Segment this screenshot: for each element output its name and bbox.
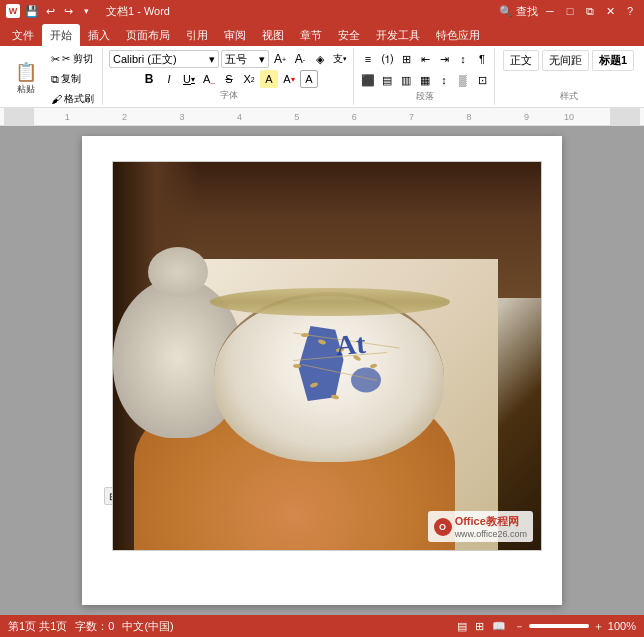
zoom-percent: 100% xyxy=(608,620,636,632)
app-icon: W xyxy=(6,4,20,18)
strikethrough-button[interactable]: S xyxy=(220,70,238,88)
text-color-button[interactable]: A▾ xyxy=(280,70,298,88)
tab-chapter[interactable]: 章节 xyxy=(292,24,330,46)
font-row1: Calibri (正文) ▾ 五号 ▾ A+ A- ◈ 支▾ xyxy=(109,50,349,68)
tab-features[interactable]: 特色应用 xyxy=(428,24,488,46)
paste-label: 粘贴 xyxy=(17,83,35,96)
justify-button[interactable]: ▦ xyxy=(416,71,434,89)
style-normal[interactable]: 正文 xyxy=(503,50,539,71)
text-bg-button[interactable]: A xyxy=(300,70,318,88)
at-text: At xyxy=(334,328,366,362)
tab-layout[interactable]: 页面布局 xyxy=(118,24,178,46)
ribbon-bar: 📋 粘贴 ✂ ✂ 剪切 ⧉ 复制 🖌 格式刷 xyxy=(0,46,644,108)
increase-indent-button[interactable]: ⇥ xyxy=(435,50,453,68)
underline-button[interactable]: U▾ xyxy=(180,70,198,88)
tab-view[interactable]: 视图 xyxy=(254,24,292,46)
view-web-btn[interactable]: ⊞ xyxy=(475,620,484,633)
restore-btn[interactable]: ⧉ xyxy=(582,4,598,18)
align-center-button[interactable]: ▤ xyxy=(378,71,396,89)
italic-button[interactable]: I xyxy=(160,70,178,88)
shading-button[interactable]: ▒ xyxy=(454,71,472,89)
tab-references[interactable]: 引用 xyxy=(178,24,216,46)
bullets-button[interactable]: ≡ xyxy=(359,50,377,68)
close-btn[interactable]: ✕ xyxy=(602,4,618,18)
doc-title: 文档1 - Word xyxy=(106,4,170,19)
decrease-indent-button[interactable]: ⇤ xyxy=(416,50,434,68)
clipboard-group: 📋 粘贴 ✂ ✂ 剪切 ⧉ 复制 🖌 格式刷 xyxy=(4,48,103,105)
highlight-button[interactable]: A xyxy=(260,70,278,88)
line-spacing-button[interactable]: ↕ xyxy=(435,71,453,89)
font-row2: B I U▾ A_ S X2 A A▾ A xyxy=(140,70,318,88)
tab-home[interactable]: 开始 xyxy=(42,24,80,46)
show-marks-button[interactable]: ¶ xyxy=(473,50,491,68)
paragraph-row1: ≡ ⑴ ⊞ ⇤ ⇥ ↕ ¶ xyxy=(359,50,491,68)
style-no-spacing[interactable]: 无间距 xyxy=(542,50,589,71)
customize-btn[interactable]: ▾ xyxy=(78,4,94,18)
zoom-in-btn[interactable]: ＋ xyxy=(593,619,604,634)
paragraph-group: ≡ ⑴ ⊞ ⇤ ⇥ ↕ ¶ ⬛ ▤ ▥ ▦ ↕ ▒ ⊡ 段落 xyxy=(356,48,495,105)
status-bar-right: ▤ ⊞ 📖 － ＋ 100% xyxy=(457,619,636,634)
styles-group: 正文 无间距 标题1 样式 xyxy=(497,48,640,105)
save-btn[interactable]: 💾 xyxy=(24,4,40,18)
font-label: 字体 xyxy=(220,89,238,102)
help-btn[interactable]: ? xyxy=(622,4,638,18)
rivet-5 xyxy=(293,363,301,368)
copy-button[interactable]: ⧉ 复制 xyxy=(47,70,98,88)
font-group: Calibri (正文) ▾ 五号 ▾ A+ A- ◈ 支▾ B I U▾ A_… xyxy=(105,48,354,105)
font-color-button[interactable]: A_ xyxy=(200,70,218,88)
title-bar: W 💾 ↩ ↪ ▾ 文档1 - Word 🔍 查找 ─ □ ⧉ ✕ ? xyxy=(0,0,644,22)
watermark-site: Office教程网 xyxy=(455,514,527,529)
zoom-control: － ＋ 100% xyxy=(514,619,636,634)
subscript-button[interactable]: X2 xyxy=(240,70,258,88)
view-read-btn[interactable]: 📖 xyxy=(492,620,506,633)
ruler: 1 2 3 4 5 6 7 8 9 10 xyxy=(0,108,644,126)
document-page: ⊞ ▾ xyxy=(82,136,562,605)
view-normal-btn[interactable]: ▤ xyxy=(457,620,467,633)
format-painter-button[interactable]: 🖌 格式刷 xyxy=(47,90,98,108)
maximize-btn[interactable]: □ xyxy=(562,4,578,18)
status-bar: 第1页 共1页 字数：0 中文(中国) ▤ ⊞ 📖 － ＋ 100% xyxy=(0,615,644,637)
cut-icon: ✂ xyxy=(51,53,60,66)
tab-security[interactable]: 安全 xyxy=(330,24,368,46)
redo-btn[interactable]: ↪ xyxy=(60,4,76,18)
font-name-selector[interactable]: Calibri (正文) ▾ xyxy=(109,50,219,68)
cut-button[interactable]: ✂ ✂ 剪切 xyxy=(47,50,98,68)
sort-button[interactable]: ↕ xyxy=(454,50,472,68)
styles-label: 样式 xyxy=(560,90,578,103)
tab-file[interactable]: 文件 xyxy=(4,24,42,46)
borders-button[interactable]: ⊡ xyxy=(473,71,491,89)
phonetic-button[interactable]: 支▾ xyxy=(331,50,349,68)
page-info: 第1页 共1页 xyxy=(8,619,67,634)
undo-btn[interactable]: ↩ xyxy=(42,4,58,18)
tab-review[interactable]: 审阅 xyxy=(216,24,254,46)
numbering-button[interactable]: ⑴ xyxy=(378,50,396,68)
font-name-dropdown-icon: ▾ xyxy=(209,53,215,66)
paste-icon: 📋 xyxy=(15,63,37,81)
zoom-out-btn[interactable]: － xyxy=(514,619,525,634)
tab-insert[interactable]: 插入 xyxy=(80,24,118,46)
bowl-rim xyxy=(210,288,450,316)
image-container: At O Office教程网 www.office26.com xyxy=(112,161,542,551)
minimize-btn[interactable]: ─ xyxy=(542,4,558,18)
font-shrink-button[interactable]: A- xyxy=(291,50,309,68)
paragraph-label: 段落 xyxy=(416,90,434,103)
language: 中文(中国) xyxy=(122,619,173,634)
align-left-button[interactable]: ⬛ xyxy=(359,71,377,89)
ceramic-bowl-image[interactable]: At O Office教程网 www.office26.com xyxy=(112,161,542,551)
style-h1[interactable]: 标题1 xyxy=(592,50,634,71)
font-grow-button[interactable]: A+ xyxy=(271,50,289,68)
word-count: 字数：0 xyxy=(75,619,114,634)
zoom-slider[interactable] xyxy=(529,624,589,628)
font-size-selector[interactable]: 五号 ▾ xyxy=(221,50,269,68)
clear-format-button[interactable]: ◈ xyxy=(311,50,329,68)
align-right-button[interactable]: ▥ xyxy=(397,71,415,89)
bold-button[interactable]: B xyxy=(140,70,158,88)
title-bar-left: W 💾 ↩ ↪ ▾ 文档1 - Word xyxy=(6,4,170,19)
multilevel-button[interactable]: ⊞ xyxy=(397,50,415,68)
paste-button[interactable]: 📋 粘贴 xyxy=(8,57,44,101)
watermark: O Office教程网 www.office26.com xyxy=(428,511,533,542)
search-area[interactable]: 🔍 查找 xyxy=(499,4,538,19)
font-size-dropdown-icon: ▾ xyxy=(259,53,265,66)
tab-devtools[interactable]: 开发工具 xyxy=(368,24,428,46)
watermark-url: www.office26.com xyxy=(455,529,527,539)
